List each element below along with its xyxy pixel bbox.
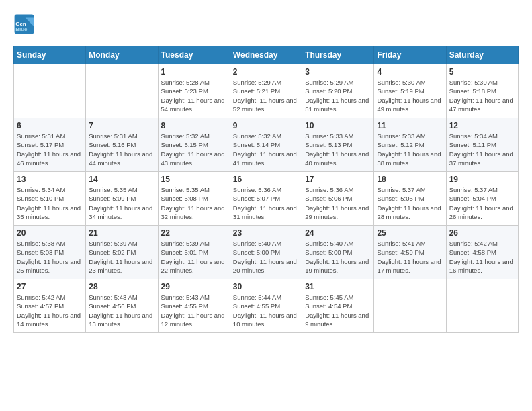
calendar-cell: 14Sunrise: 5:35 AM Sunset: 5:09 PM Dayli… <box>86 172 158 226</box>
day-info: Sunrise: 5:37 AM Sunset: 5:05 PM Dayligh… <box>377 185 443 221</box>
day-info: Sunrise: 5:33 AM Sunset: 5:12 PM Dayligh… <box>377 132 443 167</box>
calendar-cell: 10Sunrise: 5:33 AM Sunset: 5:13 PM Dayli… <box>302 118 374 172</box>
day-number: 21 <box>89 228 154 238</box>
day-info: Sunrise: 5:31 AM Sunset: 5:16 PM Dayligh… <box>89 132 154 167</box>
day-info: Sunrise: 5:30 AM Sunset: 5:18 PM Dayligh… <box>449 78 515 113</box>
day-number: 22 <box>161 228 227 238</box>
logo-icon: Gen Blue <box>13 13 35 35</box>
week-row-4: 20Sunrise: 5:38 AM Sunset: 5:03 PM Dayli… <box>14 226 519 279</box>
day-info: Sunrise: 5:33 AM Sunset: 5:13 PM Dayligh… <box>305 132 371 167</box>
week-row-1: 1Sunrise: 5:28 AM Sunset: 5:23 PM Daylig… <box>14 64 519 118</box>
calendar-cell: 28Sunrise: 5:43 AM Sunset: 4:56 PM Dayli… <box>86 279 158 333</box>
day-number: 5 <box>449 67 515 77</box>
calendar-cell: 22Sunrise: 5:39 AM Sunset: 5:01 PM Dayli… <box>158 226 230 279</box>
weekday-header-row: SundayMondayTuesdayWednesdayThursdayFrid… <box>14 46 519 64</box>
calendar-cell: 5Sunrise: 5:30 AM Sunset: 5:18 PM Daylig… <box>446 64 518 118</box>
calendar-cell: 19Sunrise: 5:37 AM Sunset: 5:04 PM Dayli… <box>446 172 518 226</box>
calendar-cell: 4Sunrise: 5:30 AM Sunset: 5:19 PM Daylig… <box>374 64 446 118</box>
calendar-cell: 7Sunrise: 5:31 AM Sunset: 5:16 PM Daylig… <box>86 118 158 172</box>
day-info: Sunrise: 5:38 AM Sunset: 5:03 PM Dayligh… <box>17 239 83 275</box>
day-number: 28 <box>89 282 154 291</box>
calendar-cell: 31Sunrise: 5:45 AM Sunset: 4:54 PM Dayli… <box>302 279 374 333</box>
day-info: Sunrise: 5:29 AM Sunset: 5:21 PM Dayligh… <box>233 78 299 113</box>
week-row-5: 27Sunrise: 5:42 AM Sunset: 4:57 PM Dayli… <box>14 279 519 333</box>
calendar-cell: 21Sunrise: 5:39 AM Sunset: 5:02 PM Dayli… <box>86 226 158 279</box>
calendar-cell: 27Sunrise: 5:42 AM Sunset: 4:57 PM Dayli… <box>14 279 86 333</box>
page-header: Gen Blue <box>13 13 519 35</box>
day-number: 7 <box>89 121 154 130</box>
day-number: 19 <box>449 175 515 184</box>
day-number: 30 <box>233 282 299 291</box>
day-info: Sunrise: 5:31 AM Sunset: 5:17 PM Dayligh… <box>17 132 83 167</box>
day-number: 12 <box>449 121 515 130</box>
weekday-header-monday: Monday <box>86 46 158 64</box>
calendar-cell <box>14 64 86 118</box>
day-number: 2 <box>233 67 299 77</box>
day-info: Sunrise: 5:43 AM Sunset: 4:55 PM Dayligh… <box>161 293 227 328</box>
day-number: 9 <box>233 121 299 130</box>
day-number: 26 <box>449 228 515 238</box>
day-info: Sunrise: 5:32 AM Sunset: 5:15 PM Dayligh… <box>161 132 227 167</box>
day-info: Sunrise: 5:45 AM Sunset: 4:54 PM Dayligh… <box>305 293 371 328</box>
day-info: Sunrise: 5:42 AM Sunset: 4:58 PM Dayligh… <box>449 239 515 275</box>
day-number: 15 <box>161 175 227 184</box>
day-info: Sunrise: 5:30 AM Sunset: 5:19 PM Dayligh… <box>377 78 443 113</box>
calendar-cell <box>86 64 158 118</box>
calendar-cell: 24Sunrise: 5:40 AM Sunset: 5:00 PM Dayli… <box>302 226 374 279</box>
calendar-cell <box>446 279 518 333</box>
weekday-header-saturday: Saturday <box>446 46 518 64</box>
day-number: 6 <box>17 121 83 130</box>
week-row-3: 13Sunrise: 5:34 AM Sunset: 5:10 PM Dayli… <box>14 172 519 226</box>
calendar-cell: 8Sunrise: 5:32 AM Sunset: 5:15 PM Daylig… <box>158 118 230 172</box>
day-info: Sunrise: 5:35 AM Sunset: 5:09 PM Dayligh… <box>89 185 154 221</box>
day-info: Sunrise: 5:29 AM Sunset: 5:20 PM Dayligh… <box>305 78 371 113</box>
calendar-cell: 16Sunrise: 5:36 AM Sunset: 5:07 PM Dayli… <box>230 172 302 226</box>
calendar-cell: 26Sunrise: 5:42 AM Sunset: 4:58 PM Dayli… <box>446 226 518 279</box>
day-number: 24 <box>305 228 371 238</box>
day-number: 25 <box>377 228 443 238</box>
day-number: 17 <box>305 175 371 184</box>
logo: Gen Blue <box>13 13 38 35</box>
svg-text:Blue: Blue <box>15 26 28 32</box>
day-info: Sunrise: 5:32 AM Sunset: 5:14 PM Dayligh… <box>233 132 299 167</box>
day-number: 27 <box>17 282 83 291</box>
weekday-header-thursday: Thursday <box>302 46 374 64</box>
day-number: 14 <box>89 175 154 184</box>
day-info: Sunrise: 5:42 AM Sunset: 4:57 PM Dayligh… <box>17 293 83 328</box>
day-number: 20 <box>17 228 83 238</box>
calendar-cell: 13Sunrise: 5:34 AM Sunset: 5:10 PM Dayli… <box>14 172 86 226</box>
calendar-cell: 15Sunrise: 5:35 AM Sunset: 5:08 PM Dayli… <box>158 172 230 226</box>
calendar-cell: 9Sunrise: 5:32 AM Sunset: 5:14 PM Daylig… <box>230 118 302 172</box>
day-number: 18 <box>377 175 443 184</box>
weekday-header-sunday: Sunday <box>14 46 86 64</box>
calendar-cell: 23Sunrise: 5:40 AM Sunset: 5:00 PM Dayli… <box>230 226 302 279</box>
calendar-cell: 12Sunrise: 5:34 AM Sunset: 5:11 PM Dayli… <box>446 118 518 172</box>
day-number: 8 <box>161 121 227 130</box>
day-info: Sunrise: 5:40 AM Sunset: 5:00 PM Dayligh… <box>305 239 371 275</box>
day-info: Sunrise: 5:39 AM Sunset: 5:02 PM Dayligh… <box>89 239 154 275</box>
calendar-cell <box>374 279 446 333</box>
calendar-cell: 30Sunrise: 5:44 AM Sunset: 4:55 PM Dayli… <box>230 279 302 333</box>
calendar-cell: 18Sunrise: 5:37 AM Sunset: 5:05 PM Dayli… <box>374 172 446 226</box>
day-info: Sunrise: 5:41 AM Sunset: 4:59 PM Dayligh… <box>377 239 443 275</box>
day-info: Sunrise: 5:44 AM Sunset: 4:55 PM Dayligh… <box>233 293 299 328</box>
day-number: 1 <box>161 67 227 77</box>
day-info: Sunrise: 5:37 AM Sunset: 5:04 PM Dayligh… <box>449 185 515 221</box>
weekday-header-tuesday: Tuesday <box>158 46 230 64</box>
day-number: 4 <box>377 67 443 77</box>
calendar-cell: 6Sunrise: 5:31 AM Sunset: 5:17 PM Daylig… <box>14 118 86 172</box>
day-number: 13 <box>17 175 83 184</box>
day-number: 16 <box>233 175 299 184</box>
calendar-cell: 3Sunrise: 5:29 AM Sunset: 5:20 PM Daylig… <box>302 64 374 118</box>
day-number: 29 <box>161 282 227 291</box>
day-number: 10 <box>305 121 371 130</box>
calendar-cell: 17Sunrise: 5:36 AM Sunset: 5:06 PM Dayli… <box>302 172 374 226</box>
weekday-header-wednesday: Wednesday <box>230 46 302 64</box>
calendar-cell: 11Sunrise: 5:33 AM Sunset: 5:12 PM Dayli… <box>374 118 446 172</box>
day-number: 11 <box>377 121 443 130</box>
day-info: Sunrise: 5:35 AM Sunset: 5:08 PM Dayligh… <box>161 185 227 221</box>
calendar-cell: 20Sunrise: 5:38 AM Sunset: 5:03 PM Dayli… <box>14 226 86 279</box>
day-info: Sunrise: 5:36 AM Sunset: 5:07 PM Dayligh… <box>233 185 299 221</box>
calendar-cell: 2Sunrise: 5:29 AM Sunset: 5:21 PM Daylig… <box>230 64 302 118</box>
day-info: Sunrise: 5:28 AM Sunset: 5:23 PM Dayligh… <box>161 78 227 113</box>
